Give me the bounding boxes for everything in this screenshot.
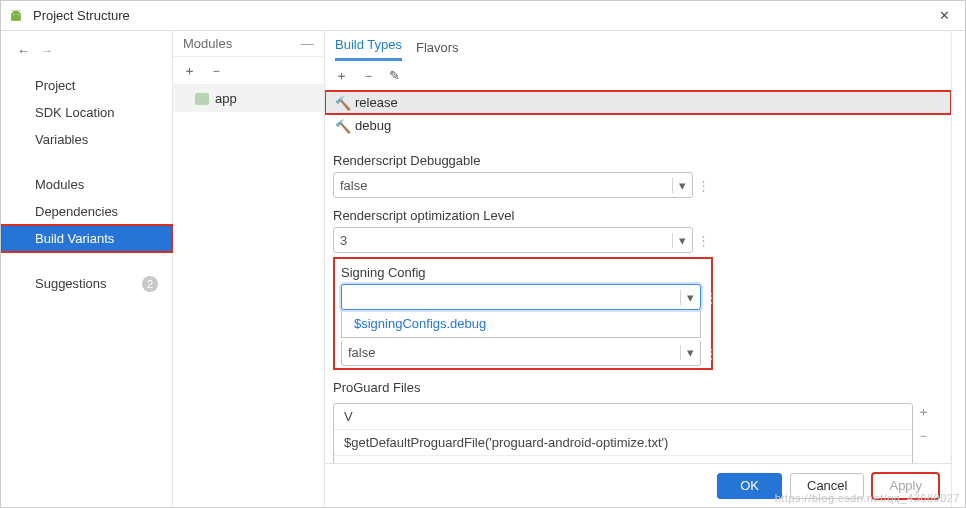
modules-header: Modules bbox=[183, 36, 232, 51]
dialog-footer: OK Cancel Apply bbox=[325, 463, 951, 507]
chevron-down-icon[interactable]: ▾ bbox=[680, 290, 694, 305]
renderscript-opt-field[interactable]: 3 ▾ bbox=[333, 227, 693, 253]
sidebar-item-label: Project bbox=[35, 78, 75, 93]
remove-module-icon[interactable]: － bbox=[210, 62, 223, 80]
close-icon[interactable]: ✕ bbox=[929, 8, 959, 23]
sidebar-item-label: Modules bbox=[35, 177, 84, 192]
sidebar-item-sdk-location[interactable]: SDK Location bbox=[1, 99, 172, 126]
tab-label: Flavors bbox=[416, 40, 459, 55]
sidebar-item-build-variants[interactable]: Build Variants bbox=[1, 225, 172, 252]
button-label: Cancel bbox=[807, 478, 847, 493]
apply-button[interactable]: Apply bbox=[872, 473, 939, 499]
sidebar-item-label: Suggestions bbox=[35, 276, 107, 291]
tab-build-types[interactable]: Build Types bbox=[335, 31, 402, 61]
proguard-files-list: V $getDefaultProguardFile('proguard-andr… bbox=[333, 403, 913, 463]
suggestions-badge: 2 bbox=[142, 276, 158, 292]
svg-point-0 bbox=[13, 13, 14, 14]
proguard-row[interactable]: proguard-rules.pro bbox=[334, 456, 912, 463]
forward-icon: → bbox=[40, 43, 53, 58]
remove-build-type-icon[interactable]: － bbox=[362, 67, 375, 85]
minimize-icon[interactable]: — bbox=[301, 36, 314, 51]
proguard-row[interactable]: $getDefaultProguardFile('proguard-androi… bbox=[334, 430, 912, 456]
back-icon[interactable]: ← bbox=[17, 43, 30, 58]
renderscript-debuggable-field[interactable]: false ▾ bbox=[333, 172, 693, 198]
window-title: Project Structure bbox=[33, 8, 929, 23]
sidebar-item-label: Dependencies bbox=[35, 204, 118, 219]
field-extra-icon[interactable]: ⋮ bbox=[705, 288, 715, 306]
module-item-app[interactable]: app bbox=[173, 85, 324, 112]
right-gutter bbox=[951, 31, 965, 507]
build-type-release[interactable]: 🔨 release bbox=[325, 91, 951, 114]
chevron-down-icon[interactable]: ▾ bbox=[672, 178, 686, 193]
proguard-files-label: ProGuard Files bbox=[333, 380, 937, 395]
add-module-icon[interactable]: ＋ bbox=[183, 62, 196, 80]
dropdown-option-label: $signingConfigs.debug bbox=[354, 316, 486, 331]
sidebar: ← → Project SDK Location Variables Modul… bbox=[1, 31, 173, 507]
proguard-add-icon[interactable]: ＋ bbox=[917, 403, 930, 421]
unknown-false-field[interactable]: false ▾ bbox=[341, 340, 701, 366]
proguard-value: $getDefaultProguardFile('proguard-androi… bbox=[344, 435, 668, 450]
module-name: app bbox=[215, 91, 237, 106]
field-extra-icon[interactable]: ⋮ bbox=[705, 344, 715, 362]
svg-point-1 bbox=[18, 13, 19, 14]
sidebar-item-label: Build Variants bbox=[35, 231, 114, 246]
edit-build-type-icon[interactable]: ✎ bbox=[389, 68, 400, 83]
titlebar: Project Structure ✕ bbox=[1, 1, 965, 31]
chevron-down-icon[interactable]: ▾ bbox=[672, 233, 686, 248]
field-value: 3 bbox=[340, 233, 672, 248]
field-value: false bbox=[340, 178, 672, 193]
proguard-remove-icon[interactable]: － bbox=[917, 427, 930, 445]
renderscript-opt-label: Renderscript optimization Level bbox=[333, 208, 937, 223]
button-label: OK bbox=[740, 478, 759, 493]
hammer-icon: 🔨 bbox=[335, 96, 351, 111]
build-type-debug[interactable]: 🔨 debug bbox=[325, 114, 951, 137]
add-build-type-icon[interactable]: ＋ bbox=[335, 67, 348, 85]
signing-config-field[interactable]: ▾ bbox=[341, 284, 701, 310]
tab-label: Build Types bbox=[335, 37, 402, 52]
field-extra-icon[interactable]: ⋮ bbox=[697, 176, 707, 194]
sidebar-item-suggestions[interactable]: Suggestions 2 bbox=[1, 270, 172, 298]
tab-flavors[interactable]: Flavors bbox=[416, 34, 459, 61]
sidebar-item-dependencies[interactable]: Dependencies bbox=[1, 198, 172, 225]
build-type-label: release bbox=[355, 95, 398, 110]
hammer-icon: 🔨 bbox=[335, 119, 351, 134]
android-logo-icon bbox=[7, 7, 25, 25]
signing-config-dropdown-option[interactable]: $signingConfigs.debug bbox=[341, 310, 701, 338]
sidebar-item-modules[interactable]: Modules bbox=[1, 171, 172, 198]
ok-button[interactable]: OK bbox=[717, 473, 782, 499]
field-value: false bbox=[348, 345, 680, 360]
modules-panel: Modules — ＋ － app bbox=[173, 31, 325, 507]
sidebar-item-label: Variables bbox=[35, 132, 88, 147]
signing-config-label: Signing Config bbox=[341, 265, 705, 280]
field-extra-icon[interactable]: ⋮ bbox=[697, 231, 707, 249]
chevron-down-icon[interactable]: ▾ bbox=[680, 345, 694, 360]
main-area: Build Types Flavors ＋ － ✎ 🔨 release 🔨 de… bbox=[325, 31, 951, 507]
proguard-value: V bbox=[344, 409, 353, 424]
button-label: Apply bbox=[889, 478, 922, 493]
module-folder-icon bbox=[195, 93, 209, 105]
sidebar-item-variables[interactable]: Variables bbox=[1, 126, 172, 153]
sidebar-item-label: SDK Location bbox=[35, 105, 115, 120]
sidebar-item-project[interactable]: Project bbox=[1, 72, 172, 99]
renderscript-debuggable-label: Renderscript Debuggable bbox=[333, 153, 937, 168]
cancel-button[interactable]: Cancel bbox=[790, 473, 864, 499]
proguard-row[interactable]: V bbox=[334, 404, 912, 430]
signing-config-highlight: Signing Config ▾ ⋮ $signingConfigs.debug bbox=[333, 257, 713, 370]
build-type-label: debug bbox=[355, 118, 391, 133]
